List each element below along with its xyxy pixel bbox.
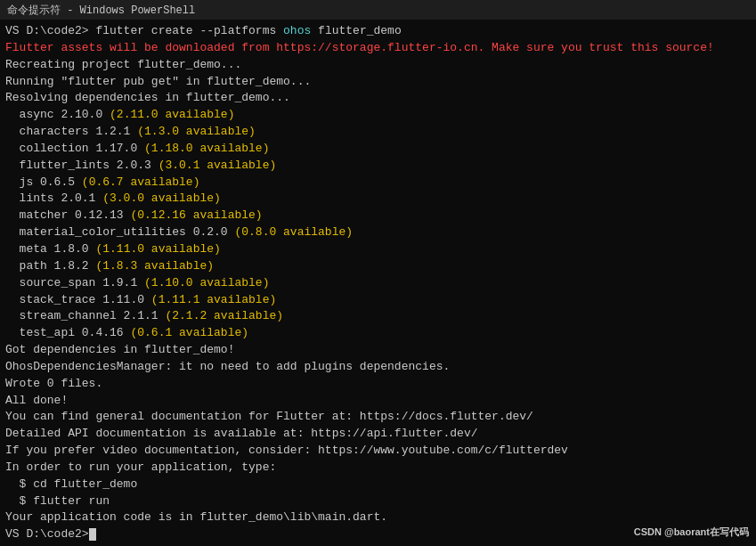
terminal-line: flutter_lints 2.0.3 (3.0.1 available)	[5, 158, 751, 175]
terminal-line: Got dependencies in flutter_demo!	[5, 342, 751, 359]
terminal-line: path 1.8.2 (1.8.3 available)	[5, 258, 751, 275]
terminal-line: Recreating project flutter_demo...	[5, 57, 751, 74]
terminal-line: Resolving dependencies in flutter_demo..…	[5, 90, 751, 107]
terminal-line: VS D:\code2> flutter create --platforms …	[5, 23, 751, 40]
terminal-window: 命令提示符 - Windows PowerShell VS D:\code2> …	[0, 0, 756, 546]
terminal-line: Detailed API documentation is available …	[5, 426, 751, 443]
terminal-line: characters 1.2.1 (1.3.0 available)	[5, 124, 751, 141]
terminal-line: stream_channel 2.1.1 (2.1.2 available)	[5, 308, 751, 325]
terminal-line: Your application code is in flutter_demo…	[5, 509, 751, 526]
titlebar-text: 命令提示符 - Windows PowerShell	[7, 3, 195, 18]
terminal-line: async 2.10.0 (2.11.0 available)	[5, 107, 751, 124]
terminal-line: $ cd flutter_demo	[5, 477, 751, 493]
terminal-line: Wrote 0 files.	[5, 376, 751, 393]
terminal-line: If you prefer video documentation, consi…	[5, 443, 751, 460]
terminal-line: source_span 1.9.1 (1.10.0 available)	[5, 275, 751, 292]
terminal-line: You can find general documentation for F…	[5, 409, 751, 426]
terminal-line: stack_trace 1.11.0 (1.11.1 available)	[5, 292, 751, 309]
terminal-line: js 0.6.5 (0.6.7 available)	[5, 175, 751, 192]
terminal-line: $ flutter run	[5, 493, 751, 510]
terminal-line: Running "flutter pub get" in flutter_dem…	[5, 74, 751, 91]
terminal-line: Flutter assets will be downloaded from h…	[5, 40, 751, 57]
terminal-line: material_color_utilities 0.2.0 (0.8.0 av…	[5, 224, 751, 241]
watermark: CSDN @baorant在写代码	[634, 526, 749, 539]
terminal-line: meta 1.8.0 (1.11.0 available)	[5, 241, 751, 258]
terminal-line: lints 2.0.1 (3.0.0 available)	[5, 191, 751, 208]
terminal-line: In order to run your application, type:	[5, 460, 751, 477]
terminal-line: test_api 0.4.16 (0.6.1 available)	[5, 325, 751, 342]
terminal-line: matcher 0.12.13 (0.12.16 available)	[5, 208, 751, 224]
terminal-line: collection 1.17.0 (1.18.0 available)	[5, 141, 751, 158]
terminal-cursor	[89, 528, 96, 541]
terminal-line: All done!	[5, 393, 751, 410]
terminal-titlebar: 命令提示符 - Windows PowerShell	[0, 0, 756, 20]
terminal-content[interactable]: VS D:\code2> flutter create --platforms …	[0, 20, 756, 546]
terminal-line: OhosDependenciesManager: it no need to a…	[5, 359, 751, 376]
